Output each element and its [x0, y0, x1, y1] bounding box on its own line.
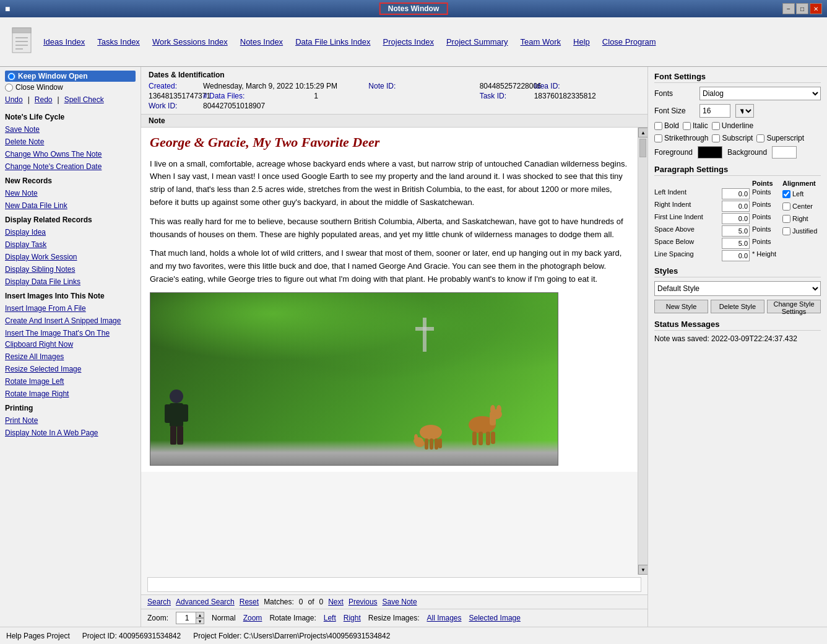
window-icon: ■ [5, 4, 10, 14]
previous-button[interactable]: Previous [349, 598, 378, 606]
next-button[interactable]: Next [328, 598, 344, 606]
change-style-settings-button[interactable]: Change Style Settings [767, 300, 821, 313]
rotate-right-link[interactable]: Right [344, 614, 361, 622]
line-spacing-input[interactable] [722, 250, 750, 261]
display-sibling-notes-link[interactable]: Display Sibling Notes [5, 263, 136, 276]
save-note-link[interactable]: Save Note [5, 123, 136, 136]
left-align-check[interactable]: Left [782, 188, 821, 199]
menu-data-file-links-index[interactable]: Data File Links Index [295, 37, 370, 46]
keep-window-open-option[interactable]: Keep Window Open [5, 71, 136, 82]
delete-style-button[interactable]: Delete Style [711, 300, 764, 313]
zoom-link[interactable]: Zoom [243, 614, 262, 622]
menu-close-program[interactable]: Close Program [602, 37, 656, 46]
underline-check[interactable]: Underline [712, 121, 753, 130]
italic-check[interactable]: Italic [683, 121, 708, 130]
scroll-thumb[interactable] [639, 139, 646, 157]
change-creation-date-link[interactable]: Change Note's Creation Date [5, 160, 136, 173]
new-note-link[interactable]: New Note [5, 187, 136, 199]
right-align-check[interactable]: Right [782, 213, 821, 224]
style-select[interactable]: Default Style [654, 281, 821, 296]
rotate-left-link[interactable]: Left [324, 614, 336, 622]
justified-check[interactable]: Justified [782, 225, 821, 237]
advanced-search-button[interactable]: Advanced Search [176, 598, 235, 606]
font-size-input[interactable] [699, 104, 730, 118]
menu-help[interactable]: Help [573, 37, 590, 46]
fonts-select[interactable]: Dialog [699, 87, 821, 100]
note-header: Note [141, 115, 647, 128]
scroll-up-button[interactable]: ▲ [638, 128, 647, 137]
idea-id-value: 136481351747371 [149, 92, 198, 100]
display-work-session-link[interactable]: Display Work Session [5, 251, 136, 263]
menu-work-sessions-index[interactable]: Work Sessions Index [152, 37, 228, 46]
rotate-image-right-link[interactable]: Rotate Image Right [5, 388, 136, 400]
save-note-search-button[interactable]: Save Note [383, 598, 417, 606]
display-note-web-link[interactable]: Display Note In A Web Page [5, 427, 136, 439]
menu-tasks-index[interactable]: Tasks Index [97, 37, 140, 46]
selected-image-link[interactable]: Selected Image [469, 614, 521, 622]
foreground-swatch[interactable] [698, 146, 722, 159]
minimize-button[interactable]: − [782, 3, 795, 14]
spell-check-button[interactable]: Spell Check [64, 95, 104, 104]
idea-id-label: Idea ID: [534, 82, 640, 90]
created-label: Created: [149, 82, 198, 90]
space-below-input[interactable] [722, 238, 750, 249]
menu-notes-index[interactable]: Notes Index [240, 37, 283, 46]
sidebar: Keep Window Open Close Window Undo | Red… [0, 67, 141, 627]
note-content[interactable]: George & Gracie, My Two Favorite Deer I … [141, 128, 647, 472]
total-value: 0 [319, 598, 324, 606]
display-data-file-links-link[interactable]: Display Data File Links [5, 276, 136, 288]
print-note-link[interactable]: Print Note [5, 414, 136, 427]
font-size-select[interactable]: ▼ [735, 104, 754, 118]
scroll-down-button[interactable]: ▼ [638, 565, 647, 575]
svg-rect-8 [165, 404, 171, 423]
maximize-button[interactable]: □ [796, 3, 808, 14]
change-who-owns-link[interactable]: Change Who Owns The Note [5, 148, 136, 160]
right-indent-input[interactable] [722, 201, 750, 212]
menu-ideas-index[interactable]: Ideas Index [43, 37, 85, 46]
status-section: Status Messages Note was saved: 2022-03-… [654, 320, 821, 343]
delete-note-link[interactable]: Delete Note [5, 136, 136, 148]
insert-image-clipboard-link[interactable]: Insert The Image That's On The Clipboard… [5, 327, 136, 350]
superscript-check[interactable]: Superscript [756, 134, 804, 142]
zoom-input[interactable]: 1 [176, 612, 198, 624]
styles-title: Styles [654, 266, 821, 277]
space-above-input[interactable] [722, 225, 750, 237]
left-indent-input[interactable] [722, 188, 750, 199]
display-idea-link[interactable]: Display Idea [5, 226, 136, 238]
note-scrollbar[interactable]: ▲ ▼ [638, 128, 647, 575]
right-panel: Font Settings Fonts Dialog Font Size ▼ B… [647, 67, 827, 627]
redo-button[interactable]: Redo [35, 95, 53, 104]
resize-images-label: Resize Images: [368, 614, 420, 622]
menu-team-work[interactable]: Team Work [521, 37, 561, 46]
strikethrough-check[interactable]: Strikethrough [654, 134, 708, 142]
work-id-value: 804427051018907 [203, 102, 309, 110]
first-line-indent-input[interactable] [722, 213, 750, 224]
data-files-label: # Data Files: [203, 92, 309, 100]
close-button[interactable]: ✕ [810, 3, 822, 14]
project-folder: Project Folder: C:\Users\Darren\Projects… [193, 632, 390, 640]
resize-selected-image-link[interactable]: Resize Selected Image [5, 363, 136, 375]
bold-check[interactable]: Bold [654, 121, 679, 130]
all-images-link[interactable]: All Images [426, 614, 461, 622]
resize-all-images-link[interactable]: Resize All Images [5, 350, 136, 363]
insert-image-from-file-link[interactable]: Insert Image From A File [5, 302, 136, 315]
rotate-image-left-link[interactable]: Rotate Image Left [5, 375, 136, 388]
subscript-check[interactable]: Subscript [712, 134, 753, 142]
search-button[interactable]: Search [147, 598, 171, 606]
zoom-down-button[interactable]: ▼ [196, 618, 204, 624]
create-insert-snipped-link[interactable]: Create And Insert A Snipped Image [5, 315, 136, 327]
new-style-button[interactable]: New Style [654, 300, 708, 313]
menu-projects-index[interactable]: Projects Index [383, 37, 434, 46]
undo-button[interactable]: Undo [5, 95, 23, 104]
svg-rect-15 [472, 432, 477, 445]
close-window-option[interactable]: Close Window [5, 83, 136, 92]
background-swatch[interactable] [772, 146, 797, 159]
reset-button[interactable]: Reset [240, 598, 259, 606]
menu-project-summary[interactable]: Project Summary [446, 37, 508, 46]
center-align-check[interactable]: Center [782, 201, 821, 212]
new-data-file-link-link[interactable]: New Data File Link [5, 199, 136, 212]
of-label: of [308, 598, 314, 606]
display-task-link[interactable]: Display Task [5, 238, 136, 251]
zoom-up-button[interactable]: ▲ [196, 612, 204, 618]
search-text-input[interactable] [148, 578, 641, 591]
